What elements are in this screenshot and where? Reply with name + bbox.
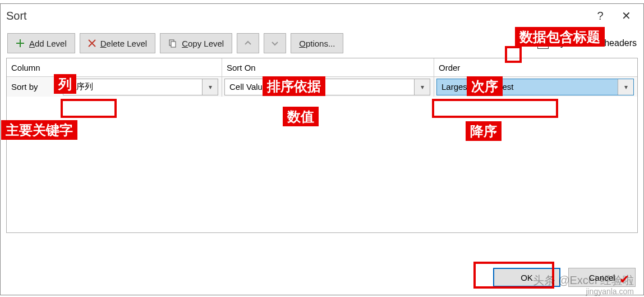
help-button[interactable]: ? (587, 7, 613, 25)
anno-sortby-cn: 主要关键字 (1, 120, 77, 140)
sorton-combo[interactable]: Cell Values ▾ (224, 79, 430, 95)
anno-desc-cn: 降序 (466, 121, 502, 141)
options-button[interactable]: Options... (291, 33, 343, 53)
window-title: Sort (6, 10, 587, 22)
order-value: Largest to Smallest (437, 82, 618, 92)
chevron-up-icon (245, 39, 251, 48)
sortby-combo[interactable]: 排序列 ▾ (63, 79, 218, 95)
anno-box-order-combo (432, 99, 558, 118)
chevron-down-icon[interactable]: ▾ (618, 79, 633, 95)
copy-icon (168, 39, 177, 48)
order-header: Order (434, 58, 637, 76)
chevron-down-icon[interactable]: ▾ (202, 79, 218, 95)
svg-rect-1 (171, 42, 176, 47)
chevron-down-icon (272, 39, 278, 48)
sortby-value: 排序列 (63, 81, 202, 92)
anno-box-headers-checkbox (505, 46, 522, 63)
copy-level-button[interactable]: Copy Level (160, 33, 232, 53)
anno-values-cn: 数值 (283, 107, 319, 126)
anno-box-sortby-value (61, 99, 117, 118)
titlebar: Sort ? ✕ (1, 4, 643, 28)
grid-header: Column Sort On Order (7, 58, 637, 76)
close-button[interactable]: ✕ (613, 7, 639, 25)
move-up-button[interactable] (237, 33, 259, 53)
column-header: Column (7, 58, 222, 76)
anno-order-cn: 次序 (467, 76, 503, 96)
delete-level-button[interactable]: Delete Level (80, 33, 155, 53)
anno-sorton-cn: 排序依据 (263, 76, 325, 96)
sorton-header: Sort On (222, 58, 434, 76)
anno-headers-cn: 数据包含标题 (515, 27, 605, 47)
order-combo[interactable]: Largest to Smallest ▾ (436, 79, 634, 95)
move-down-button[interactable] (264, 33, 286, 53)
anno-box-ok-button (473, 262, 554, 289)
chevron-down-icon[interactable]: ▾ (414, 79, 430, 95)
sort-dialog: Sort ? ✕ Add Level Delete Level Copy Lev… (0, 3, 644, 295)
plus-icon (16, 39, 25, 48)
add-level-button[interactable]: Add Level (7, 33, 75, 53)
x-icon (88, 39, 96, 47)
cancel-button[interactable]: Cancel (568, 268, 636, 287)
anno-column-cn: 列 (54, 74, 76, 94)
